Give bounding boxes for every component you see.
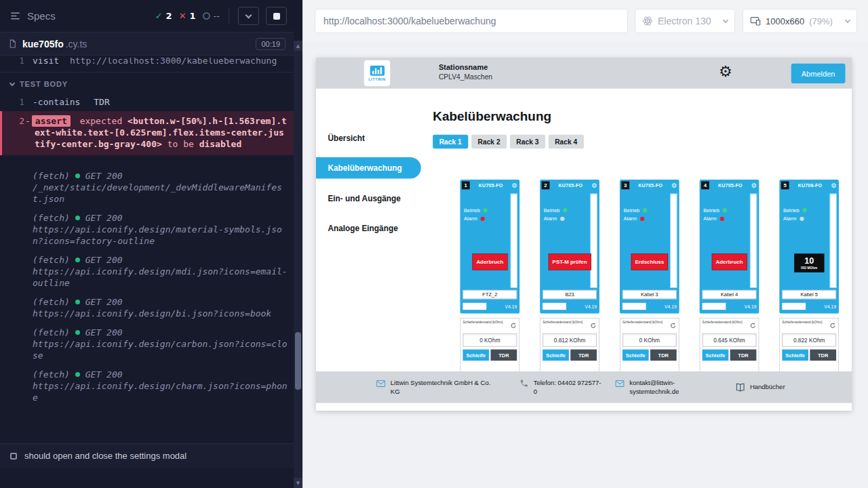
tdr-button[interactable]: TDR	[650, 350, 677, 361]
app-header: LITTWIN Stationsname CPLV4_Maschen ⚙ Abm…	[316, 58, 852, 89]
scroll-down-arrow[interactable]: ▼	[294, 478, 302, 488]
fetch-url: https://api.iconify.design/carbon.json?i…	[33, 338, 288, 361]
test-body-label: TEST BODY	[20, 79, 68, 90]
fetch-label: (fetch)	[33, 212, 70, 224]
alarm-led	[480, 216, 484, 220]
viewport-zoom: (79%)	[809, 16, 833, 26]
contains-arg: TDR	[94, 97, 109, 107]
url-text: http://localhost:3000/kabelueberwachung	[323, 16, 496, 26]
assert-expected: expected	[80, 116, 123, 126]
failed-assert-entry[interactable]: 2 -assert expected <button.w-[50%].h-[1.…	[0, 111, 294, 155]
card-model: KÜ705-FO	[551, 182, 590, 188]
betrieb-led	[563, 208, 567, 212]
aut-area: LITTWIN Stationsname CPLV4_Maschen ⚙ Abm…	[303, 42, 868, 488]
schleife-button[interactable]: Schleife	[782, 350, 808, 361]
alarm-label: Alarm	[623, 216, 637, 222]
electron-icon	[642, 16, 653, 26]
settings-gear-icon[interactable]: ⚙	[719, 64, 732, 79]
status-indicator: PST-M prüfen	[548, 253, 591, 270]
logout-button[interactable]: Abmelden	[791, 64, 846, 83]
cross-icon: ✕	[179, 11, 186, 21]
footer-company: Littwin Systemtechnik GmbH & Co. KG	[376, 378, 492, 396]
footer-manuals[interactable]: Handbücher	[736, 382, 785, 392]
fetch-label: (fetch)	[33, 369, 70, 380]
tab-rack-3[interactable]: Rack 3	[510, 135, 545, 149]
fetch-label: (fetch)	[33, 327, 70, 338]
schleife-button[interactable]: Schleife	[542, 350, 569, 361]
line-number: 1	[12, 58, 24, 66]
measure-label: Schleifenwiderstand [kOhm]	[542, 321, 587, 325]
fetch-url: https://api.iconify.design/mdi.json?icon…	[33, 266, 288, 289]
tab-rack-4[interactable]: Rack 4	[549, 135, 584, 149]
refresh-icon[interactable]	[749, 321, 756, 331]
schleife-button[interactable]: Schleife	[623, 350, 649, 361]
assert-selector: <button.w-[50%].h-[1.563rem].text-white.…	[35, 116, 287, 149]
tab-rack-2[interactable]: Rack 2	[471, 135, 507, 149]
schleife-button[interactable]: Schleife	[703, 350, 729, 361]
cable-name: Kabel 3	[623, 290, 677, 299]
device-cards: 1 KÜ705-FO ⚙ Betrieb Alarm	[460, 180, 852, 377]
cable-name: Kabel 5	[782, 290, 836, 299]
gear-icon[interactable]: ⚙	[751, 182, 757, 188]
indicator-box	[703, 303, 726, 310]
level-indicator	[830, 194, 837, 288]
aut-frame: LITTWIN Stationsname CPLV4_Maschen ⚙ Abm…	[316, 58, 852, 411]
device-card-5: 5 KÜ706-FO ⚙ Betrieb Alarm	[779, 180, 839, 377]
refresh-icon[interactable]	[590, 321, 597, 331]
company-name: Littwin Systemtechnik GmbH & Co. KG	[391, 378, 492, 396]
fetch-url: https://api.iconify.design/bi.json?icons…	[33, 308, 288, 319]
email-address[interactable]: kontakt@littwin-systemtechnik.de	[629, 378, 686, 396]
command-visit[interactable]: 1 visit http://localhost:3000/kabelueber…	[0, 58, 294, 67]
nav-item-analoge-eingaenge[interactable]: Analoge Eingänge	[316, 217, 421, 239]
refresh-icon[interactable]	[829, 321, 836, 331]
fetch-status: GET 200	[85, 254, 123, 266]
tdr-button[interactable]: TDR	[570, 350, 597, 361]
scrollbar-thumb[interactable]	[295, 332, 301, 390]
phone-number[interactable]: Telefon: 04402 972577-0	[534, 378, 604, 396]
screen: Specs ✓2 ✕1 -- kue705fo .cy.ts 00:19	[0, 0, 868, 488]
status-indicator: Aderbruch	[472, 253, 508, 270]
check-icon: ✓	[155, 11, 163, 21]
collapse-button[interactable]	[238, 7, 259, 25]
measurement-panel: Schleifenwiderstand [kOhm] 0.645 KOhm Sc…	[700, 318, 760, 377]
nav-item-ein-ausgaenge[interactable]: Ein- und Ausgänge	[316, 187, 421, 209]
nav-item-kabelueberwachung[interactable]: Kabelüberwachung	[316, 157, 421, 179]
tab-rack-1[interactable]: Rack 1	[433, 135, 468, 149]
measure-label: Schleifenwiderstand [kOhm]	[703, 321, 747, 325]
next-test-row[interactable]: should open and close the settings modal	[0, 443, 294, 468]
refresh-icon[interactable]	[510, 321, 517, 331]
alarm-label: Alarm	[464, 216, 477, 222]
nav-item-uebersicht[interactable]: Übersicht	[316, 127, 421, 149]
browser-select[interactable]: Electron 130	[635, 9, 735, 33]
measure-label: Schleifenwiderstand [kOhm]	[623, 321, 667, 325]
spec-row[interactable]: kue705fo .cy.ts 00:19	[0, 33, 294, 56]
measurement-panel: Schleifenwiderstand [kOhm] 0 KOhm Schlei…	[460, 318, 520, 377]
scroll-up-arrow[interactable]: ▲	[294, 41, 302, 51]
refresh-icon[interactable]	[669, 321, 676, 331]
tdr-button[interactable]: TDR	[730, 350, 757, 361]
viewport-select[interactable]: 1000x660 (79%)	[743, 9, 857, 33]
gear-icon[interactable]: ⚙	[512, 182, 518, 188]
status-unit: ISO MOhm	[801, 266, 817, 270]
fetch-label: (fetch)	[33, 296, 70, 308]
tdr-button[interactable]: TDR	[491, 350, 517, 361]
gear-icon[interactable]: ⚙	[671, 182, 677, 188]
test-body-section-header[interactable]: TEST BODY	[0, 72, 294, 95]
command-contains[interactable]: 1 -contains TDR	[0, 95, 294, 109]
betrieb-led	[484, 208, 488, 212]
stop-button[interactable]	[266, 7, 287, 25]
reporter-scrollbar[interactable]: ▲ ▼	[294, 41, 302, 488]
url-bar[interactable]: http://localhost:3000/kabelueberwachung	[315, 9, 628, 33]
specs-button[interactable]: Specs	[9, 10, 56, 22]
schleife-button[interactable]: Schleife	[462, 350, 489, 361]
card-number-badge: 5	[781, 181, 789, 189]
resistance-value: 0.645 KOhm	[703, 333, 757, 347]
card-model: KÜ706-FO	[791, 182, 829, 188]
assert-message: -assert expected <button.w-[50%].h-[1.56…	[2, 115, 287, 150]
device-card-2: 2 KÜ705-FO ⚙ Betrieb Alarm	[540, 180, 599, 377]
gear-icon[interactable]: ⚙	[591, 182, 597, 188]
gear-icon[interactable]: ⚙	[831, 182, 837, 188]
status-ok-dot	[75, 300, 80, 304]
tdr-button[interactable]: TDR	[810, 350, 836, 361]
status-ok-dot	[75, 330, 80, 335]
